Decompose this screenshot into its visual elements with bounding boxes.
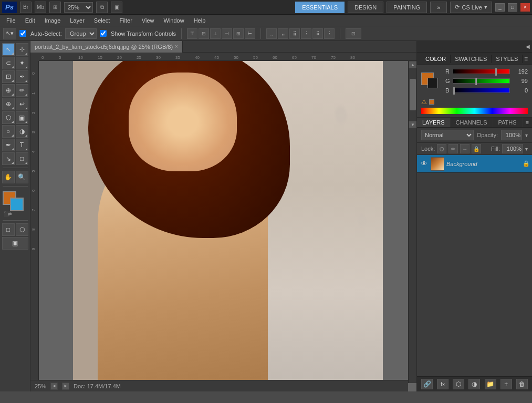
background-color[interactable]: [10, 198, 24, 211]
brush-tool[interactable]: ✏: [16, 84, 28, 97]
align-hcenter-btn[interactable]: ⊞: [233, 28, 244, 39]
menu-image[interactable]: Image: [40, 16, 65, 25]
layers-tab[interactable]: LAYERS: [417, 118, 451, 127]
lock-transparent-btn[interactable]: ⬡: [437, 144, 446, 153]
maximize-btn[interactable]: □: [508, 3, 517, 12]
dist-vcenter-btn[interactable]: ⣤: [278, 28, 288, 39]
minimize-btn[interactable]: _: [495, 3, 505, 12]
eyedropper-tool[interactable]: ✒: [16, 70, 28, 83]
blend-mode-select[interactable]: Normal Multiply Screen: [421, 130, 474, 140]
v-scrollbar[interactable]: ▲ ▼: [408, 61, 416, 383]
align-bottom-btn[interactable]: ⊥: [210, 28, 221, 39]
panel-collapse-icon[interactable]: ◀: [526, 44, 530, 49]
opacity-input[interactable]: 100%: [501, 130, 522, 140]
menu-edit[interactable]: Edit: [21, 16, 39, 25]
layer-delete-btn[interactable]: 🗑: [516, 379, 528, 389]
scroll-up-btn[interactable]: ▲: [409, 61, 416, 68]
channels-tab[interactable]: CHANNELS: [451, 118, 493, 127]
dist-bottom-btn[interactable]: ⣿: [289, 28, 300, 39]
painting-btn[interactable]: PAINTING: [387, 2, 427, 13]
auto-select-dropdown[interactable]: Group Layer: [65, 28, 97, 39]
more-nav-btn[interactable]: »: [430, 2, 447, 13]
paths-tab[interactable]: PATHS: [493, 118, 523, 127]
history-tool[interactable]: ↩: [16, 98, 28, 110]
doc-tab-portrait[interactable]: portrait_2_by_liam_stock-d5j6drq.jpg @ 2…: [30, 41, 183, 53]
color-tab[interactable]: COLOR: [421, 55, 451, 63]
shape-tool[interactable]: □: [16, 152, 28, 165]
zoom-tool[interactable]: 🔍: [16, 171, 28, 183]
path-select-tool[interactable]: ↘: [2, 152, 15, 165]
color-spectrum[interactable]: [421, 108, 528, 114]
r-slider-track[interactable]: [453, 69, 510, 74]
wand-tool[interactable]: ✦: [16, 57, 28, 69]
minibr-icon[interactable]: Mb: [35, 2, 46, 13]
auto-align-btn[interactable]: ⊡: [346, 28, 361, 39]
opacity-arrow[interactable]: ▾: [525, 132, 528, 138]
pen-tool[interactable]: ✒: [2, 139, 15, 151]
lock-move-btn[interactable]: ↔: [460, 144, 470, 153]
layers-panel-menu[interactable]: ≡: [523, 118, 532, 127]
clone-tool[interactable]: ⊕: [2, 98, 15, 110]
dist-top-btn[interactable]: ⣀: [266, 28, 277, 39]
lasso-tool[interactable]: ⊂: [2, 57, 15, 69]
cs-live-btn[interactable]: ⟳ CS Live ▾: [450, 2, 492, 13]
swap-colors-icon[interactable]: ⇄: [8, 211, 12, 216]
select-tool[interactable]: ⊹: [16, 43, 28, 56]
layer-link-btn[interactable]: 🔗: [421, 379, 433, 389]
crop-tool[interactable]: ⊡: [2, 70, 15, 83]
scroll-down-btn[interactable]: ▼: [409, 121, 416, 128]
layout-icon[interactable]: ⊞: [49, 2, 61, 13]
quickmask-btn[interactable]: ⬡: [16, 223, 28, 236]
menu-view[interactable]: View: [138, 16, 159, 25]
spot-heal-tool[interactable]: ⊕: [2, 84, 15, 97]
layer-new-btn[interactable]: +: [500, 379, 512, 389]
layer-mask-btn[interactable]: ⬡: [453, 379, 464, 389]
background-layer[interactable]: 👁 Background 🔒: [417, 155, 532, 173]
status-zoom-up[interactable]: ►: [62, 383, 69, 390]
b-slider-thumb[interactable]: [453, 87, 455, 95]
layer-fx-btn[interactable]: fx: [437, 379, 448, 389]
move-tool[interactable]: ↖: [2, 43, 15, 56]
close-btn[interactable]: ×: [520, 3, 530, 12]
menu-window[interactable]: Window: [160, 16, 189, 25]
layer-visibility-toggle[interactable]: 👁: [419, 160, 429, 168]
menu-help[interactable]: Help: [190, 16, 210, 25]
arrange-icon[interactable]: ⧉: [96, 2, 108, 13]
standard-mode-btn[interactable]: □: [2, 223, 15, 236]
menu-file[interactable]: File: [2, 16, 20, 25]
zoom-select[interactable]: 25% 50% 100%: [64, 2, 93, 13]
g-slider-track[interactable]: [453, 78, 510, 84]
type-tool[interactable]: T: [16, 139, 28, 151]
styles-tab[interactable]: STYLES: [492, 55, 523, 63]
lock-all-btn[interactable]: 🔒: [472, 144, 481, 153]
blur-tool[interactable]: ○: [2, 125, 15, 138]
v-scroll-thumb[interactable]: [410, 79, 416, 110]
menu-select[interactable]: Select: [90, 16, 114, 25]
screen-icon[interactable]: ▣: [111, 2, 122, 13]
dist-left-btn[interactable]: ⋮: [301, 28, 311, 39]
lock-paint-btn[interactable]: ✏: [448, 144, 458, 153]
gamut-swatch[interactable]: [429, 99, 434, 105]
align-vcenter-btn[interactable]: ⊟: [199, 28, 209, 39]
swatches-tab[interactable]: SWATCHES: [451, 55, 492, 63]
v-scroll-track[interactable]: [409, 68, 416, 121]
align-top-btn[interactable]: ⊤: [187, 28, 197, 39]
r-slider-thumb[interactable]: [495, 68, 497, 76]
fill-arrow[interactable]: ▾: [525, 146, 528, 152]
dist-hcenter-btn[interactable]: ⠿: [312, 28, 323, 39]
transform-checkbox[interactable]: [100, 30, 107, 37]
gradient-tool[interactable]: ▣: [16, 111, 28, 124]
bridge-icon[interactable]: Br: [20, 2, 32, 13]
menu-layer[interactable]: Layer: [66, 16, 89, 25]
bg-color-preview[interactable]: [427, 78, 438, 88]
layer-group-btn[interactable]: 📁: [485, 379, 496, 389]
essentials-btn[interactable]: ESSENTIALS: [295, 2, 345, 13]
screenmode-btn[interactable]: ▣: [2, 237, 28, 250]
status-zoom-down[interactable]: ◄: [50, 383, 58, 390]
dodge-tool[interactable]: ◑: [16, 125, 28, 138]
eraser-tool[interactable]: ⬡: [2, 111, 15, 124]
menu-filter[interactable]: Filter: [115, 16, 136, 25]
dist-right-btn[interactable]: ⋮: [324, 28, 335, 39]
color-panel-menu[interactable]: ≡: [524, 55, 528, 63]
auto-select-checkbox[interactable]: [19, 30, 26, 37]
